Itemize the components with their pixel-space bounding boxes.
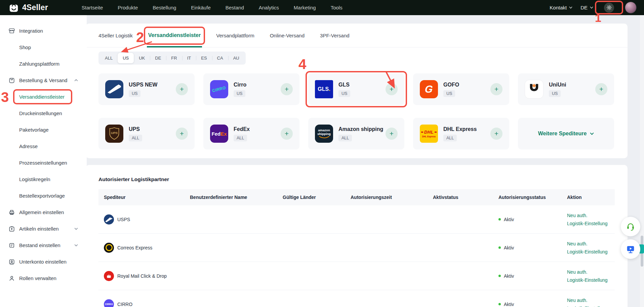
kontakt-dropdown[interactable]: Kontakt [550,5,572,10]
nav-item-startseite[interactable]: Startseite [82,5,103,10]
more-carriers-button[interactable]: Weitere Spediteure [518,118,614,149]
region-tag: ALL [338,135,352,141]
brand[interactable]: 4Seller [0,3,48,13]
avatar[interactable] [625,2,637,13]
filter-all[interactable]: ALL [100,53,118,63]
carrier-info: DHL Express ALL [443,126,477,141]
nav-item-analytics[interactable]: Analytics [259,5,279,10]
tab-3pf-versand[interactable]: 3PF-Versand [320,24,350,47]
reauth-link[interactable]: Neu auth. [567,213,615,218]
add-carrier-button[interactable]: + [386,83,398,95]
nav-item-tools[interactable]: Tools [331,5,343,10]
printer-icon [8,209,15,216]
sidebar-item-druckeinstellungen[interactable]: Druckeinstellungen [0,105,87,122]
filter-au[interactable]: AU [228,53,244,63]
sidebar-item-paketvorlage[interactable]: Paketvorlage [0,122,87,138]
region-tag: US [234,90,245,97]
add-carrier-button[interactable]: + [281,128,293,140]
user-card-icon [8,259,15,265]
filter-uk[interactable]: UK [134,53,150,63]
add-carrier-button[interactable]: + [595,83,607,95]
logistics-settings-link[interactable]: Logistik-Einstellung [567,249,615,254]
usps-logo [105,80,123,98]
carrier-info: UniUni US [549,82,566,97]
status-dot [498,303,501,305]
filter-us[interactable]: US [118,53,134,63]
annotation-step-4: 4 [298,57,306,71]
region-tag: US [549,90,561,97]
nav-item-bestand[interactable]: Bestand [226,5,244,10]
support-chat-button[interactable] [621,217,640,236]
region-tag: US [129,90,140,97]
nav-item-bestellung[interactable]: Bestellung [153,5,176,10]
sidebar-item-bestand-einstellen[interactable]: Bestand einstellen [0,237,87,253]
annotation-step-2: 2 [136,30,144,44]
package-icon [8,77,15,84]
region-tag: ALL [129,135,142,141]
dhl-logo: DHL DHL Express [420,125,438,143]
box-upload-icon [8,226,15,232]
add-carrier-button[interactable]: + [490,83,502,95]
sidebar-item-unterkonto-einstellen[interactable]: Unterkonto einstellen [0,253,87,270]
sidebar-item-allgemein-einstellen[interactable]: Allgemein einstellen [0,204,87,220]
add-carrier-button[interactable]: + [281,83,293,95]
region-tag: ALL [234,135,247,141]
reauth-link[interactable]: Neu auth. [567,241,615,246]
sidebar-item-zahlungsplattform[interactable]: Zahlungsplattform [0,56,87,72]
carrier-info: GLS US [338,82,350,97]
carrier-info: FedEx ALL [234,126,250,141]
nav-item-einkaeufe[interactable]: Einkäufe [191,5,210,10]
settings-gear-button[interactable] [604,3,614,13]
filter-de[interactable]: DE [150,53,166,63]
col-benutzerdefinierter-name: Benutzerdefinierter Name [190,195,283,200]
ups-logo: UPS [105,125,123,143]
nav-menu: Startseite Produkte Bestellung Einkäufe … [82,5,343,10]
sidebar-item-rollen-verwalten[interactable]: Rollen verwalten [0,270,87,286]
sidebar-item-bestellung-versand[interactable]: Bestellung & Versand [0,72,87,89]
filter-ca[interactable]: CA [212,53,228,63]
logistics-settings-link[interactable]: Logistik-Einstellung [567,221,615,226]
document-icon [8,242,15,249]
filter-it[interactable]: IT [182,53,196,63]
row-actions: Neu auth. Logistik-Einstellung [567,269,615,283]
filter-fr[interactable]: FR [166,53,182,63]
carrier-card-gls: GLS. GLS US + [308,73,404,105]
sidebar-item-prozesseinstellungen[interactable]: Prozesseinstellungen [0,155,87,171]
reauth-link[interactable]: Neu auth. [567,269,615,275]
tab-versanddienstleister[interactable]: Versanddienstleister [148,24,201,47]
reauth-link[interactable]: Neu auth. [567,298,615,303]
user-icon [8,275,15,282]
add-carrier-button[interactable]: + [490,128,502,140]
gear-icon [606,5,612,10]
tab-4seller-logistik[interactable]: 4Seller Logistik [98,24,133,47]
royal-mail-round-logo [104,271,114,281]
nav-item-marketing[interactable]: Marketing [294,5,316,10]
tab-online-versand[interactable]: Online-Versand [270,24,305,47]
language-dropdown[interactable]: DE [580,5,593,10]
amazon-smile-icon [318,136,330,139]
cirro-round-logo: CIRRO [104,299,114,307]
row-actions: Neu auth. Logistik-Einstellung [567,241,615,254]
table-row: CIRRO CIRRO Aktiv Neu auth. Logistik-Ein… [98,290,615,307]
sidebar-item-bestellexportvorlage[interactable]: Bestellexportvorlage [0,187,87,204]
sidebar-item-adresse[interactable]: Adresse [0,138,87,155]
authorized-partners-panel: Autorisierter Logistikpartner Spediteur … [86,165,628,307]
filter-es[interactable]: ES [196,53,212,63]
correos-express-round-logo [104,243,114,253]
sidebar-item-artikeln-einstellen[interactable]: Artikeln einstellen [0,220,87,237]
tab-versandplattform[interactable]: Versandplattform [216,24,254,47]
add-carrier-button[interactable]: + [386,128,398,140]
chevron-up-icon [74,79,78,81]
nav-item-produkte[interactable]: Produkte [118,5,138,10]
sidebar-item-shop[interactable]: Shop [0,39,87,56]
row-actions: Neu auth. Logistik-Einstellung [567,298,615,307]
add-carrier-button[interactable]: + [176,83,188,95]
sidebar-item-logistikregeln[interactable]: Logistikregeln [0,171,87,187]
sidebar-item-versanddienstleister[interactable]: Versanddienstleister [0,89,87,105]
add-carrier-button[interactable]: + [176,128,188,140]
logistics-settings-link[interactable]: Logistik-Einstellung [567,306,615,307]
sidebar-item-integration[interactable]: Integration [0,23,87,39]
carrier-cell: USPS [98,214,190,225]
logistics-settings-link[interactable]: Logistik-Einstellung [567,277,615,283]
video-tutorial-button[interactable] [621,239,640,259]
